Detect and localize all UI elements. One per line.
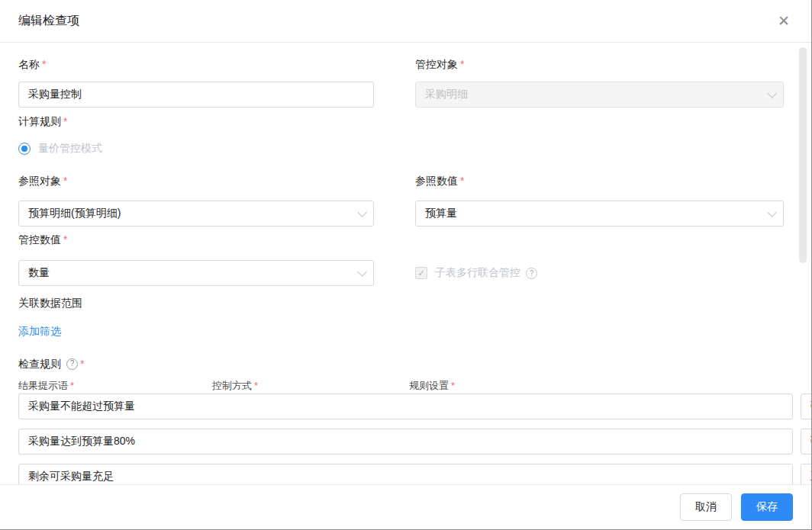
- required-mark: *: [42, 58, 46, 70]
- reference-value-value: 预算量: [425, 207, 457, 220]
- help-circle-icon[interactable]: ?: [526, 268, 537, 279]
- joint-control-row: ✓ 子表多行联合管控 ?: [415, 260, 784, 286]
- chevron-down-icon: [767, 207, 777, 217]
- required-mark: *: [80, 356, 84, 371]
- calc-rule-radio-label: 量价管控模式: [38, 142, 102, 156]
- add-filter-link[interactable]: 添加筛选: [18, 323, 61, 339]
- field-control-value: 管控数值* 数量: [18, 232, 374, 286]
- calc-rule-label: 计算规则*: [18, 114, 793, 129]
- save-button[interactable]: 保存: [741, 493, 793, 521]
- check-rules-column-headers: 结果提示语* 控制方式* 规则设置*: [18, 379, 793, 393]
- control-object-value: 采购明细: [425, 88, 468, 101]
- field-name: 名称*: [18, 56, 374, 108]
- rule-row: 正常通过（绿色标识） 管控数值达到参照数值的 %及 以下: [18, 464, 793, 484]
- dialog-title: 编辑检查项: [18, 13, 79, 29]
- cancel-button[interactable]: 取消: [680, 493, 732, 521]
- data-range-label: 关联数据范围: [18, 297, 82, 309]
- required-mark: *: [460, 175, 464, 187]
- field-reference-object: 参照对象* 预算明细(预算明细): [18, 173, 374, 226]
- field-control-object: 管控对象* 采购明细: [415, 56, 784, 108]
- section-data-range: 关联数据范围 添加筛选: [18, 295, 793, 339]
- reference-object-value: 预算明细(预算明细): [28, 207, 121, 220]
- radio-selected-icon: [18, 143, 31, 155]
- column-header-rule-setting: 规则设置*: [409, 379, 455, 393]
- chevron-down-icon: [767, 88, 777, 98]
- rule-prompt-input[interactable]: [18, 429, 793, 455]
- dialog-body: 名称* 管控对象* 采购明细 计算规则* 量价管控模式: [0, 43, 811, 484]
- joint-control-label: 子表多行联合管控: [435, 266, 520, 280]
- field-calc-rule: 计算规则* 量价管控模式: [18, 114, 793, 156]
- name-label: 名称*: [18, 56, 374, 72]
- control-object-select: 采购明细: [415, 82, 784, 108]
- control-value-value: 数量: [28, 266, 50, 280]
- section-check-rules: 检查规则 ? * 结果提示语* 控制方式* 规则设置* 强控拦截（红色: [18, 356, 793, 484]
- rule-prompt-input[interactable]: [18, 464, 793, 484]
- dialog-header: 编辑检查项 ✕: [0, 0, 811, 43]
- control-object-label: 管控对象*: [415, 56, 784, 72]
- edit-check-item-dialog: 编辑检查项 ✕ 名称* 管控对象* 采购明细: [0, 0, 812, 530]
- rule-control-select[interactable]: 强控拦截（红色警告）: [801, 429, 811, 455]
- required-mark: *: [63, 175, 67, 187]
- required-mark: *: [63, 233, 67, 246]
- rule-control-select[interactable]: 正常通过（绿色标识）: [801, 464, 811, 484]
- reference-value-select[interactable]: 预算量: [415, 201, 784, 226]
- chevron-down-icon: [357, 207, 367, 217]
- calc-rule-radio-row: 量价管控模式: [18, 141, 793, 156]
- close-icon[interactable]: ✕: [775, 12, 793, 30]
- required-mark: *: [63, 115, 67, 127]
- scrollbar-thumb[interactable]: [799, 47, 807, 263]
- help-circle-icon[interactable]: ?: [66, 358, 78, 370]
- chevron-down-icon: [357, 267, 367, 277]
- checkbox-checked-disabled-icon: ✓: [415, 267, 427, 279]
- reference-object-label: 参照对象*: [18, 173, 374, 188]
- rule-row: 强控拦截（红色警告） 管控数值达到参照数值的 %及 以上: [18, 429, 793, 455]
- column-header-control: 控制方式*: [212, 379, 409, 393]
- rule-prompt-input[interactable]: [18, 393, 793, 419]
- column-header-prompt: 结果提示语*: [18, 379, 212, 393]
- field-reference-value: 参照数值* 预算量: [415, 173, 784, 226]
- required-mark: *: [460, 58, 464, 70]
- rule-control-select[interactable]: 强控拦截（红色警告）: [801, 393, 811, 419]
- rule-row: 强控拦截（红色警告） 管控数值达到参照数值的 %及 以上: [18, 393, 793, 419]
- check-rules-label: 检查规则 ? *: [18, 356, 793, 371]
- reference-value-label: 参照数值*: [415, 173, 784, 188]
- dialog-footer: 取消 保存: [0, 484, 811, 529]
- name-input[interactable]: [18, 82, 374, 108]
- control-value-label: 管控数值*: [18, 232, 374, 247]
- control-value-select[interactable]: 数量: [18, 260, 374, 286]
- reference-object-select[interactable]: 预算明细(预算明细): [18, 201, 374, 226]
